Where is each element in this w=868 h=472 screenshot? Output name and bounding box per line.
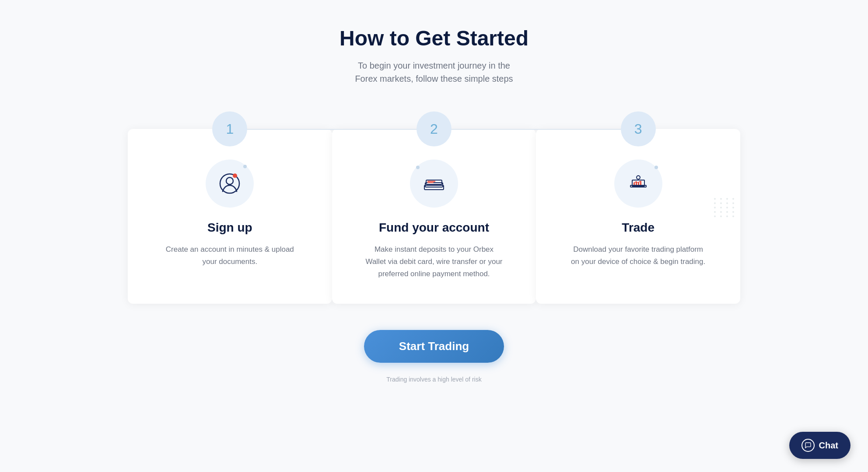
step-1-card: Sign up Create an account in minutes & u… <box>128 129 332 304</box>
dot-accent-2 <box>416 166 420 169</box>
dot-pattern-right <box>714 198 736 217</box>
step-2-card: Fund your account Make instant deposits … <box>332 129 536 304</box>
dot-accent <box>243 165 247 168</box>
page-title: How to Get Started <box>340 26 528 50</box>
svg-point-2 <box>233 174 237 178</box>
step-2-wrapper: 2 Fund your account Make <box>332 111 536 304</box>
page-subtitle: To begin your investment journey in the … <box>355 59 513 85</box>
step-3-icon-wrapper <box>614 160 662 208</box>
step-1-description: Create an account in minutes & upload yo… <box>160 243 300 268</box>
svg-rect-13 <box>640 181 641 185</box>
page-wrapper: How to Get Started To begin your investm… <box>0 17 868 383</box>
start-trading-button[interactable]: Start Trading <box>364 330 504 363</box>
step-3-card: Trade Download your favorite trading pla… <box>536 129 740 304</box>
cta-section: Start Trading Trading involves a high le… <box>364 330 504 383</box>
chat-icon <box>802 439 815 452</box>
step-2-title: Fund your account <box>379 221 489 235</box>
step-2-connector <box>434 129 638 130</box>
dot-accent-3 <box>654 166 658 169</box>
svg-point-14 <box>637 176 640 179</box>
step-2-description: Make instant deposits to your Orbex Wall… <box>364 243 504 280</box>
step-3-number: 3 <box>621 111 656 146</box>
step-3-wrapper: 3 <box>536 111 740 304</box>
svg-point-1 <box>226 177 233 184</box>
chat-button[interactable]: Chat <box>789 432 850 459</box>
chat-bubble-icon <box>805 442 812 449</box>
step-3-title: Trade <box>622 221 654 235</box>
step-2-number: 2 <box>416 111 452 146</box>
step-1-title: Sign up <box>207 221 252 235</box>
step-1-icon-wrapper <box>206 160 254 208</box>
trade-icon <box>624 170 652 198</box>
disclaimer-text: Trading involves a high level of risk <box>386 376 481 383</box>
step-2-icon-wrapper <box>410 160 458 208</box>
step-1-number: 1 <box>212 111 247 146</box>
steps-container: 1 Sign up Create an account in minutes &… <box>128 111 740 304</box>
step-1-connector <box>230 129 434 130</box>
signup-icon <box>216 170 244 198</box>
fund-icon <box>420 170 448 198</box>
step-3-description: Download your favorite trading platform … <box>568 243 708 268</box>
chat-label: Chat <box>819 441 838 451</box>
step-1-wrapper: 1 Sign up Create an account in minutes &… <box>128 111 332 304</box>
